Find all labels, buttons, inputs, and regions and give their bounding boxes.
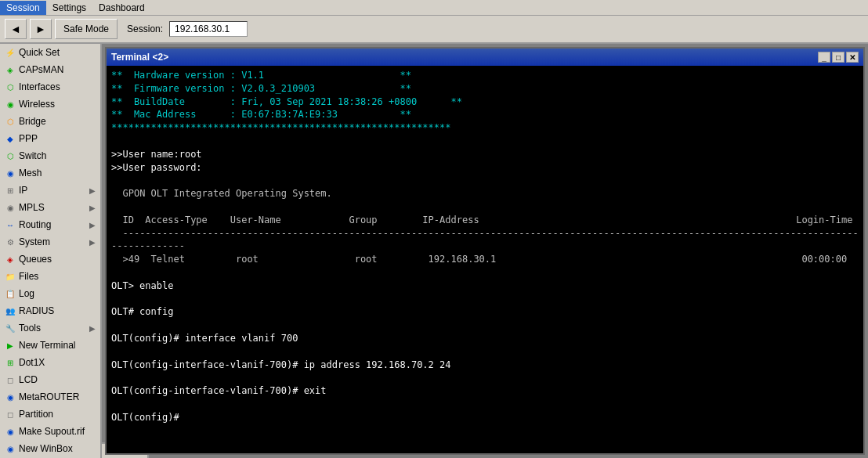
ip-label: IP	[19, 185, 27, 196]
files-icon: 📁	[5, 271, 16, 282]
mesh-icon: ◉	[5, 168, 16, 179]
sidebar-item-radius[interactable]: 👥RADIUS	[0, 302, 100, 319]
ip-arrow: ▶	[89, 186, 96, 195]
mesh-label: Mesh	[19, 168, 42, 179]
system-label: System	[19, 236, 50, 247]
routing-icon: ↔	[5, 219, 16, 230]
sidebar-item-log[interactable]: 📋Log	[0, 285, 100, 302]
tools-label: Tools	[19, 323, 41, 334]
content-area: WinBox Terminal <2> _ □ ✕ ** Hardware ve…	[102, 44, 868, 458]
terminal-body[interactable]: ** Hardware version : V1.1 ** ** Firmwar…	[107, 66, 863, 453]
tools-icon: 🔧	[5, 323, 16, 334]
ip-icon: ⊞	[5, 185, 16, 196]
minimize-button[interactable]: _	[818, 52, 830, 63]
sidebar-item-ppp[interactable]: ◆PPP	[0, 130, 100, 147]
menu-session[interactable]: Session	[0, 1, 46, 15]
bridge-icon: ⬡	[5, 116, 16, 127]
sidebar-item-interfaces[interactable]: ⬡Interfaces	[0, 78, 100, 96]
menubar: Session Settings Dashboard	[0, 0, 868, 16]
lcd-label: LCD	[19, 374, 38, 385]
menu-settings[interactable]: Settings	[46, 1, 92, 15]
session-value: 192.168.30.1	[169, 21, 248, 37]
sidebar-item-queues[interactable]: ◈Queues	[0, 251, 100, 268]
sidebar-item-metarouter[interactable]: ◉MetaROUTER	[0, 388, 100, 406]
partition-label: Partition	[19, 409, 53, 420]
system-arrow: ▶	[89, 238, 96, 247]
system-icon: ⚙	[5, 236, 16, 247]
terminal-window: Terminal <2> _ □ ✕ ** Hardware version :…	[105, 47, 865, 455]
new-terminal-icon: ▶	[5, 340, 16, 351]
switch-label: Switch	[19, 150, 46, 161]
queues-label: Queues	[19, 254, 52, 265]
sidebar-item-new-winbox[interactable]: ◉New WinBox	[0, 440, 100, 457]
log-icon: 📋	[5, 288, 16, 299]
radius-label: RADIUS	[19, 305, 54, 316]
menu-dashboard[interactable]: Dashboard	[92, 1, 151, 15]
sidebar-item-switch[interactable]: ⬡Switch	[0, 147, 100, 164]
session-label: Session:	[127, 23, 163, 34]
ppp-icon: ◆	[5, 133, 16, 144]
files-label: Files	[19, 271, 38, 282]
mpls-label: MPLS	[19, 202, 45, 213]
sidebar-item-tools[interactable]: 🔧Tools▶	[0, 319, 100, 337]
sidebar-item-quick-set[interactable]: ⚡Quick Set	[0, 44, 100, 61]
make-supout-label: Make Supout.rif	[19, 426, 85, 437]
routing-arrow: ▶	[89, 221, 96, 229]
sidebar-item-bridge[interactable]: ⬡Bridge	[0, 113, 100, 130]
queues-icon: ◈	[5, 254, 16, 265]
dot1x-label: Dot1X	[19, 357, 45, 368]
quick-set-icon: ⚡	[5, 47, 16, 58]
lcd-icon: ◻	[5, 374, 16, 385]
switch-icon: ⬡	[5, 150, 16, 161]
sidebar-item-wireless[interactable]: ◉Wireless	[0, 96, 100, 113]
sidebar-item-mesh[interactable]: ◉Mesh	[0, 164, 100, 182]
main-layout: ⚡Quick Set◈CAPsMAN⬡Interfaces◉Wireless⬡B…	[0, 44, 868, 458]
sidebar-item-partition[interactable]: ◻Partition	[0, 406, 100, 423]
sidebar-item-ip[interactable]: ⊞IP▶	[0, 182, 100, 199]
routing-label: Routing	[19, 219, 51, 230]
tools-arrow: ▶	[89, 324, 96, 333]
metarouter-icon: ◉	[5, 391, 16, 402]
sidebar-item-lcd[interactable]: ◻LCD	[0, 371, 100, 388]
log-label: Log	[19, 288, 34, 299]
make-supout-icon: ◉	[5, 426, 16, 437]
quick-set-label: Quick Set	[19, 47, 60, 58]
sidebar-item-routing[interactable]: ↔Routing▶	[0, 216, 100, 233]
forward-button[interactable]: ►	[30, 19, 52, 39]
terminal-title: Terminal <2>	[111, 52, 818, 63]
metarouter-label: MetaROUTER	[19, 391, 79, 402]
close-button[interactable]: ✕	[846, 52, 859, 63]
sidebar-item-mpls[interactable]: ◉MPLS▶	[0, 199, 100, 216]
bridge-label: Bridge	[19, 116, 46, 127]
sidebar-item-files[interactable]: 📁Files	[0, 268, 100, 285]
wireless-label: Wireless	[19, 99, 55, 110]
interfaces-icon: ⬡	[5, 81, 16, 92]
wireless-icon: ◉	[5, 99, 16, 110]
new-terminal-label: New Terminal	[19, 340, 75, 351]
window-controls: _ □ ✕	[818, 52, 859, 63]
mpls-icon: ◉	[5, 202, 16, 213]
sidebar-item-dot1x[interactable]: ⊞Dot1X	[0, 354, 100, 371]
toolbar: ◄ ► Safe Mode Session: 192.168.30.1	[0, 16, 868, 44]
radius-icon: 👥	[5, 305, 16, 316]
back-button[interactable]: ◄	[5, 19, 27, 39]
ppp-label: PPP	[19, 133, 38, 144]
mpls-arrow: ▶	[89, 204, 96, 212]
sidebar-item-make-supout[interactable]: ◉Make Supout.rif	[0, 423, 100, 440]
sidebar-item-system[interactable]: ⚙System▶	[0, 233, 100, 251]
dot1x-icon: ⊞	[5, 357, 16, 368]
maximize-button[interactable]: □	[832, 52, 844, 63]
interfaces-label: Interfaces	[19, 81, 60, 92]
sidebar: ⚡Quick Set◈CAPsMAN⬡Interfaces◉Wireless⬡B…	[0, 44, 102, 458]
capsman-label: CAPsMAN	[19, 64, 63, 75]
capsman-icon: ◈	[5, 64, 16, 75]
sidebar-item-capsman[interactable]: ◈CAPsMAN	[0, 61, 100, 78]
partition-icon: ◻	[5, 409, 16, 420]
sidebar-item-new-terminal[interactable]: ▶New Terminal	[0, 337, 100, 354]
new-winbox-icon: ◉	[5, 443, 16, 454]
safemode-button[interactable]: Safe Mode	[55, 19, 118, 39]
terminal-titlebar: Terminal <2> _ □ ✕	[107, 49, 863, 66]
new-winbox-label: New WinBox	[19, 443, 73, 454]
